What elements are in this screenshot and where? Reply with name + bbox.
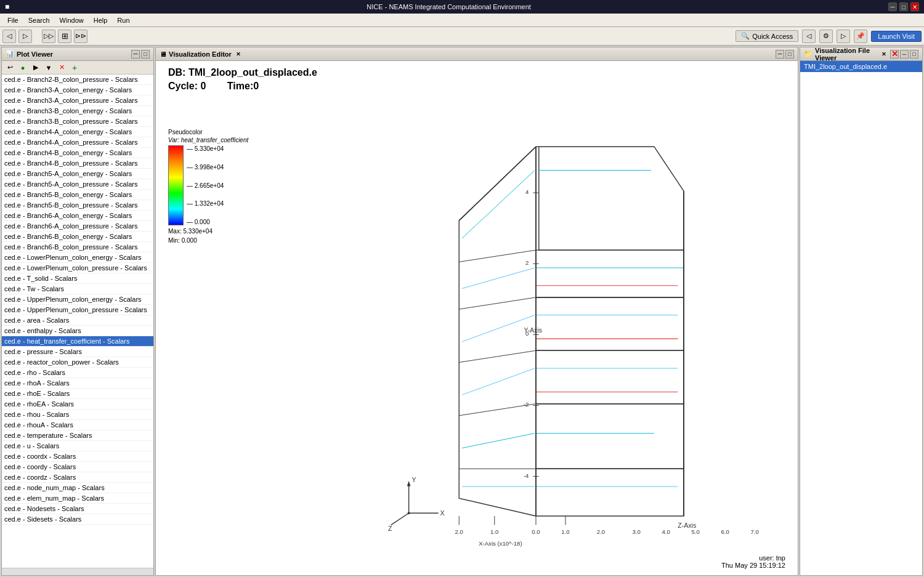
viz-editor-header: 🖥 Visualization Editor ✕ ─ □ bbox=[156, 47, 798, 61]
viz-editor-icon: 🖥 bbox=[160, 50, 166, 58]
svg-line-14 bbox=[459, 350, 536, 362]
toolbar-arrow2-button[interactable]: ▷ bbox=[837, 30, 850, 43]
title-bar: ■ NICE - NEAMS Integrated Computational … bbox=[0, 0, 924, 14]
plot-item[interactable]: ced.e - u - Scalars bbox=[2, 441, 153, 451]
plot-item[interactable]: ced.e - T_solid - Scalars bbox=[2, 273, 153, 284]
app-title: NICE - NEAMS Integrated Computational En… bbox=[9, 3, 888, 10]
plot-item[interactable]: ced.e - coordx - Scalars bbox=[2, 451, 153, 462]
plot-item[interactable]: ced.e - Sidesets - Scalars bbox=[2, 514, 153, 525]
viz-editor-panel: 🖥 Visualization Editor ✕ ─ □ DB: TMI_2lo… bbox=[155, 47, 798, 576]
plot-item[interactable]: ced.e - elem_num_map - Scalars bbox=[2, 493, 153, 504]
plot-item[interactable]: ced.e - Branch6-A_colon_pressure - Scala… bbox=[2, 221, 153, 232]
plot-item[interactable]: ced.e - node_num_map - Scalars bbox=[2, 483, 153, 493]
plot-item[interactable]: ced.e - Branch4-A_colon_energy - Scalars bbox=[2, 127, 153, 137]
toolbar-arrow-button[interactable]: ◁ bbox=[802, 30, 816, 43]
plot-viewer-minimize[interactable]: ─ bbox=[131, 50, 140, 59]
plot-item[interactable]: ced.e - area - Scalars bbox=[2, 315, 153, 326]
plot-item[interactable]: ced.e - Branch5-B_colon_pressure - Scala… bbox=[2, 200, 153, 211]
plot-item[interactable]: ced.e - Branch3-A_colon_pressure - Scala… bbox=[2, 95, 153, 106]
plot-item[interactable]: ced.e - Branch6-A_colon_energy - Scalars bbox=[2, 211, 153, 221]
plot-viewer-maximize[interactable]: □ bbox=[141, 50, 150, 59]
plot-item[interactable]: ced.e - Branch5-A_colon_pressure - Scala… bbox=[2, 179, 153, 190]
viz-editor-minimize[interactable]: ─ bbox=[776, 50, 784, 59]
plot-item[interactable]: ced.e - reactor_colon_power - Scalars bbox=[2, 357, 153, 368]
svg-text:6.0: 6.0 bbox=[721, 528, 729, 535]
plot-item[interactable]: ced.e - Branch6-B_colon_pressure - Scala… bbox=[2, 242, 153, 252]
plot-item[interactable]: ced.e - Branch3-A_colon_energy - Scalars bbox=[2, 85, 153, 95]
plot-item[interactable]: ced.e - pressure - Scalars bbox=[2, 347, 153, 357]
plot-item[interactable]: ced.e - Branch4-B_colon_energy - Scalars bbox=[2, 148, 153, 158]
toolbar-back-button[interactable]: ◁ bbox=[2, 30, 16, 43]
plot-tb-back[interactable]: ↩ bbox=[4, 62, 15, 73]
toolbar-pin-button[interactable]: 📌 bbox=[854, 30, 867, 43]
plot-item[interactable]: ced.e - LowerPlenum_colon_pressure - Sca… bbox=[2, 263, 153, 273]
menu-help[interactable]: Help bbox=[89, 15, 113, 25]
plot-item[interactable]: ced.e - UpperPlenum_colon_pressure - Sca… bbox=[2, 305, 153, 315]
plot-tb-add[interactable]: + bbox=[69, 62, 80, 73]
plot-item[interactable]: ced.e - Branch5-B_colon_energy - Scalars bbox=[2, 190, 153, 200]
viz-editor-maximize[interactable]: □ bbox=[785, 50, 794, 59]
svg-line-17 bbox=[462, 171, 535, 238]
menu-window[interactable]: Window bbox=[55, 15, 89, 25]
plot-item[interactable]: ced.e - Branch4-A_colon_pressure - Scala… bbox=[2, 137, 153, 148]
plot-item[interactable]: ced.e - Branch5-A_colon_energy - Scalars bbox=[2, 169, 153, 179]
plot-item[interactable]: ced.e - temperature - Scalars bbox=[2, 430, 153, 441]
menu-search[interactable]: Search bbox=[23, 15, 55, 25]
svg-text:7.0: 7.0 bbox=[750, 528, 758, 535]
file-list[interactable]: TMI_2loop_out_displaced.e bbox=[800, 61, 922, 575]
viz-editor-pin: ✕ bbox=[236, 51, 241, 57]
toolbar: ◁ ▷ ▷▷ ⊞ ⊳⊳ 🔍 Quick Access ◁ ⚙ ▷ 📌 Launc… bbox=[0, 27, 924, 46]
svg-text:Z-Axis: Z-Axis bbox=[678, 522, 696, 529]
file-item[interactable]: TMI_2loop_out_displaced.e bbox=[800, 61, 922, 72]
plot-tb-down[interactable]: ▼ bbox=[43, 62, 54, 73]
plot-item[interactable]: ced.e - rhoA - Scalars bbox=[2, 378, 153, 389]
toolbar-nav-button[interactable]: ⊳⊳ bbox=[74, 30, 87, 43]
plot-list[interactable]: ced.e - Branch2-B_colon_pressure - Scala… bbox=[2, 75, 153, 568]
toolbar-settings-button[interactable]: ⚙ bbox=[819, 30, 833, 43]
plot-item[interactable]: ced.e - Branch4-B_colon_pressure - Scala… bbox=[2, 158, 153, 169]
plot-item[interactable]: ced.e - LowerPlenum_colon_energy - Scala… bbox=[2, 252, 153, 263]
plot-item[interactable]: ced.e - rho - Scalars bbox=[2, 368, 153, 378]
plot-item[interactable]: ced.e - Tw - Scalars bbox=[2, 284, 153, 294]
plot-tb-green[interactable]: ● bbox=[17, 62, 28, 73]
datetime-label: Thu May 29 15:19:12 bbox=[721, 562, 785, 569]
file-viewer-minimize[interactable]: ─ bbox=[900, 50, 909, 59]
menu-file[interactable]: File bbox=[2, 15, 23, 25]
svg-text:0: 0 bbox=[525, 330, 529, 337]
plot-viewer-panel: 📊 Plot Viewer ─ □ ↩ ● ▶ ▼ ✕ + ced.e - Br… bbox=[1, 47, 154, 576]
viz-canvas[interactable]: DB: TMI_2loop_out_displaced.e Cycle: 0 T… bbox=[156, 61, 798, 575]
toolbar-grid-button[interactable]: ⊞ bbox=[58, 30, 71, 43]
plot-item[interactable]: ced.e - coordy - Scalars bbox=[2, 462, 153, 472]
plot-item[interactable]: ced.e - enthalpy - Scalars bbox=[2, 326, 153, 336]
file-viewer-close-btn[interactable]: ✕ bbox=[890, 50, 899, 59]
plot-list-hscroll[interactable] bbox=[2, 568, 153, 575]
plot-item[interactable]: ced.e - rhou - Scalars bbox=[2, 410, 153, 420]
plot-tb-arrow[interactable]: ▶ bbox=[30, 62, 41, 73]
plot-item[interactable]: ced.e - coordz - Scalars bbox=[2, 472, 153, 483]
quick-access-button[interactable]: 🔍 Quick Access bbox=[736, 30, 798, 42]
close-button[interactable]: ✕ bbox=[910, 2, 919, 11]
launch-visit-button[interactable]: Launch Visit bbox=[871, 31, 922, 42]
maximize-button[interactable]: □ bbox=[899, 2, 908, 11]
toolbar-up-button[interactable]: ▷▷ bbox=[42, 30, 55, 43]
plot-item[interactable]: ced.e - Branch2-B_colon_pressure - Scala… bbox=[2, 75, 153, 85]
svg-text:Z: Z bbox=[388, 525, 392, 532]
plot-item[interactable]: ced.e - Branch3-B_colon_pressure - Scala… bbox=[2, 116, 153, 127]
file-viewer-maximize[interactable]: □ bbox=[910, 50, 918, 59]
svg-text:2: 2 bbox=[525, 259, 529, 266]
toolbar-forward-button[interactable]: ▷ bbox=[18, 30, 32, 43]
plot-item[interactable]: ced.e - UpperPlenum_colon_energy - Scala… bbox=[2, 294, 153, 305]
user-label: user: tnp bbox=[721, 554, 785, 562]
plot-item[interactable]: ced.e - heat_transfer_coefficient - Scal… bbox=[2, 336, 153, 347]
window-icon: ■ bbox=[5, 2, 9, 11]
menu-run[interactable]: Run bbox=[112, 15, 134, 25]
viz-editor-title: Visualization Editor bbox=[169, 50, 232, 58]
plot-item[interactable]: ced.e - Branch3-B_colon_energy - Scalars bbox=[2, 106, 153, 116]
plot-item[interactable]: ced.e - rhoE - Scalars bbox=[2, 389, 153, 399]
plot-item[interactable]: ced.e - Nodesets - Scalars bbox=[2, 504, 153, 514]
plot-item[interactable]: ced.e - rhouA - Scalars bbox=[2, 420, 153, 430]
plot-item[interactable]: ced.e - Branch6-B_colon_energy - Scalars bbox=[2, 232, 153, 242]
minimize-button[interactable]: ─ bbox=[888, 2, 897, 11]
plot-item[interactable]: ced.e - rhoEA - Scalars bbox=[2, 399, 153, 410]
plot-tb-red[interactable]: ✕ bbox=[56, 62, 67, 73]
